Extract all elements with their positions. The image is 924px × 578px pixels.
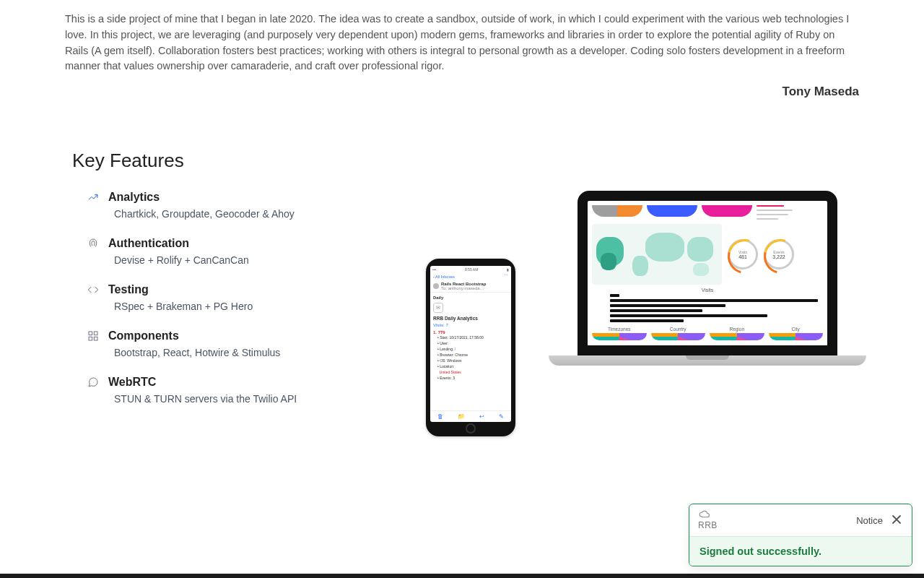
toast-message: Signed out successfully. — [689, 536, 912, 566]
folder-icon: 📁 — [458, 413, 465, 420]
feature-components[interactable]: Components Bootstrap, React, Hotwire & S… — [87, 329, 375, 358]
phone-toolbar: 🗑 📁 ↩ ✎ — [430, 410, 511, 422]
author-name: Tony Maseda — [65, 85, 859, 99]
phone-detail-list: • Start: 10/17/2021, 17:58:00 • User: • … — [433, 335, 508, 381]
intro-paragraph: This is a side project of mine that I be… — [65, 12, 859, 74]
toast-brand: RRB — [698, 510, 718, 530]
phone-screen: •••8:55 AM▮ ‹ All Inboxes ˄˅ Rails React… — [430, 266, 511, 422]
chart-line-icon — [87, 191, 100, 204]
svg-rect-1 — [94, 332, 97, 335]
feature-desc: STUN & TURN servers via the Twilio API — [114, 393, 375, 405]
cloud-icon — [698, 510, 711, 519]
mini-chart-timezones: Timezones — [592, 327, 647, 340]
grid-icon — [87, 329, 100, 342]
svg-rect-3 — [94, 337, 97, 340]
feature-desc: Chartkick, Groupdate, Geocoder & Ahoy — [114, 208, 375, 220]
attachment-icon: ✉ — [433, 303, 443, 313]
mini-bar — [757, 214, 788, 215]
code-icon — [87, 283, 100, 296]
svg-rect-0 — [89, 332, 92, 335]
laptop-screen: Visits 481 Events 3,222 Visits — [578, 191, 837, 355]
mini-bar — [757, 218, 778, 220]
mini-chart-country: Country — [651, 327, 706, 340]
feature-desc: RSpec + Brakeman + PG Hero — [114, 301, 375, 312]
phone-back: ‹ All Inboxes — [433, 275, 455, 279]
feature-name: Testing — [108, 283, 149, 296]
feature-name: Authentication — [108, 237, 189, 250]
feature-webrtc[interactable]: WebRTC STUN & TURN servers via the Twili… — [87, 376, 375, 405]
gauge-events: Events 3,222 — [764, 239, 794, 269]
chat-icon — [87, 376, 100, 389]
feature-desc: Devise + Rolify + CanCanCan — [114, 254, 375, 266]
visits-chart-title: Visits — [592, 288, 823, 293]
avatar — [433, 283, 439, 289]
phone-mockup: •••8:55 AM▮ ‹ All Inboxes ˄˅ Rails React… — [426, 259, 515, 436]
mini-bar — [757, 210, 793, 211]
feature-testing[interactable]: Testing RSpec + Brakeman + PG Hero — [87, 283, 375, 312]
phone-home-button — [466, 423, 476, 434]
feature-name: Components — [108, 329, 179, 342]
phone-visits-line: Visits: 7 — [433, 323, 508, 327]
close-icon — [892, 514, 902, 525]
phone-sender-sub: To: anthony.maseda… — [441, 286, 486, 290]
device-mockups: Visits 481 Events 3,222 Visits — [404, 191, 859, 436]
feature-list: Analytics Chartkick, Groupdate, Geocoder… — [65, 191, 375, 436]
mini-bar — [757, 205, 784, 207]
mini-chart-city: City — [769, 327, 824, 340]
phone-up-down-icon: ˄˅ — [504, 275, 508, 279]
chart-donut-slice — [647, 205, 697, 217]
chart-donut-slice — [702, 205, 752, 217]
phone-section-label: Daily — [433, 296, 508, 300]
toast-notice-label: Notice — [856, 515, 883, 526]
feature-name: Analytics — [108, 191, 160, 204]
gauge-visits: Visits 481 — [728, 239, 758, 269]
laptop-base — [549, 355, 866, 366]
mini-chart-region: Region — [710, 327, 764, 340]
fingerprint-icon — [87, 237, 100, 250]
feature-desc: Bootstrap, React, Hotwire & Stimulus — [114, 347, 375, 358]
reply-icon: ↩ — [479, 413, 484, 420]
feature-name: WebRTC — [108, 376, 156, 389]
compose-icon: ✎ — [499, 413, 504, 420]
svg-rect-2 — [89, 337, 92, 340]
feature-authentication[interactable]: Authentication Devise + Rolify + CanCanC… — [87, 237, 375, 266]
features-heading: Key Features — [72, 150, 859, 172]
chart-donut-slice — [592, 205, 642, 217]
trash-icon: 🗑 — [437, 413, 443, 420]
page-footer-bar — [0, 574, 924, 578]
world-map-chart — [592, 224, 722, 285]
visits-bar-chart — [592, 294, 823, 322]
toast-notification: RRB Notice Signed out successfully. — [689, 504, 912, 566]
phone-message-title: RRB Daily Analytics — [433, 316, 508, 321]
toast-close-button[interactable] — [890, 513, 903, 528]
laptop-mockup: Visits 481 Events 3,222 Visits — [549, 191, 866, 366]
feature-analytics[interactable]: Analytics Chartkick, Groupdate, Geocoder… — [87, 191, 375, 220]
